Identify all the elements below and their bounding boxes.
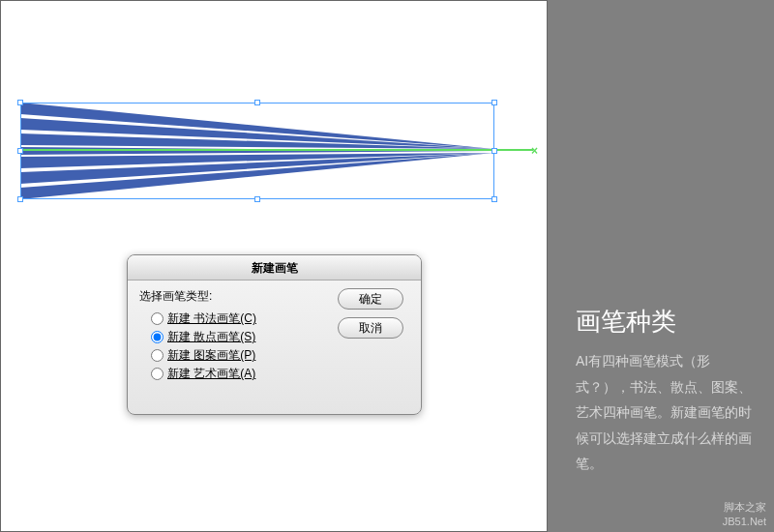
sel-handle-bc[interactable] — [254, 196, 260, 202]
sel-handle-tc[interactable] — [254, 100, 260, 105]
new-brush-dialog: 新建画笔 选择画笔类型: 新建 书法画笔(C) 新建 散点画笔(S) 新建 图案… — [127, 254, 422, 415]
sel-handle-tr[interactable] — [491, 100, 497, 105]
radio-art-brush[interactable]: 新建 艺术画笔(A) — [151, 366, 409, 382]
sel-handle-bl[interactable] — [17, 196, 23, 202]
watermark-line1: 脚本之家 — [723, 500, 766, 514]
watermark-line2: JB51.Net — [723, 515, 766, 528]
dialog-body: 选择画笔类型: 新建 书法画笔(C) 新建 散点画笔(S) 新建 图案画笔(P)… — [128, 281, 421, 416]
watermark: 脚本之家 JB51.Net — [723, 500, 766, 528]
radio-label: 新建 书法画笔(C) — [167, 310, 256, 327]
radio-label: 新建 图案画笔(P) — [167, 347, 255, 364]
sel-handle-mr[interactable] — [491, 148, 497, 154]
dialog-title: 新建画笔 — [128, 255, 421, 281]
selection-bounding-box[interactable] — [20, 103, 494, 199]
annotation-title: 画笔种类 — [576, 305, 676, 339]
radio-pattern-brush[interactable]: 新建 图案画笔(P) — [151, 347, 409, 364]
ok-button[interactable]: 确定 — [338, 288, 403, 310]
artboard: × 新建画笔 选择画笔类型: 新建 书法画笔(C) 新建 散点画笔(S) 新建 … — [0, 0, 548, 532]
sel-handle-tl[interactable] — [17, 100, 23, 105]
annotation-text: AI有四种画笔模式（形式？），书法、散点、图案、艺术四种画笔。新建画笔的时候可以… — [576, 348, 764, 477]
sel-handle-br[interactable] — [491, 196, 497, 202]
radio-label: 新建 艺术画笔(A) — [167, 366, 255, 382]
sel-handle-ml[interactable] — [17, 148, 23, 154]
cancel-button[interactable]: 取消 — [338, 317, 403, 339]
radio-label: 新建 散点画笔(S) — [167, 329, 255, 345]
path-endpoint-marker: × — [531, 144, 541, 154]
